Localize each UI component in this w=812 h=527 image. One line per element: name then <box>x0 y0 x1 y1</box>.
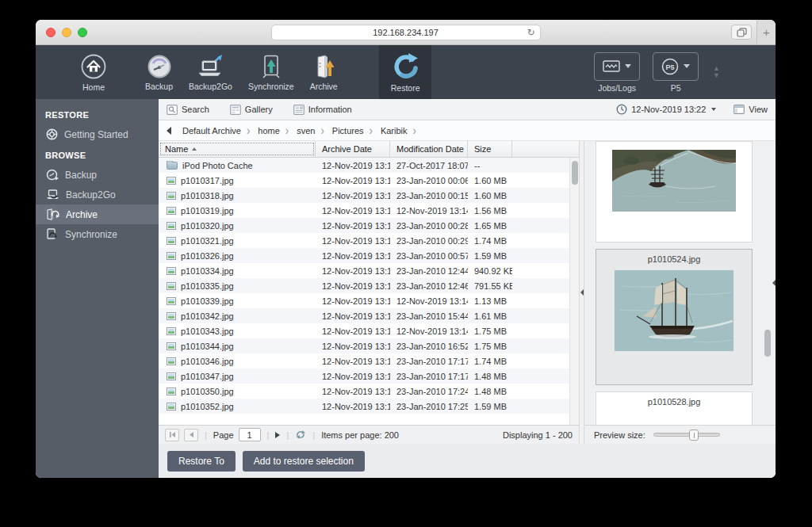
refresh-icon[interactable] <box>295 430 306 440</box>
column-header-modification-date[interactable]: Modification Date <box>390 141 468 157</box>
collapse-right-icon[interactable] <box>772 280 776 286</box>
breadcrumb-item[interactable]: sven › <box>293 124 329 137</box>
archive-date-cell: 12-Nov-2019 13:15 <box>316 221 390 231</box>
collapse-left-icon[interactable] <box>580 289 584 296</box>
file-type-icon <box>167 372 176 380</box>
table-row[interactable]: p1010320.jpg 12-Nov-2019 13:15 23-Jan-20… <box>159 218 569 233</box>
breadcrumb-back-icon[interactable] <box>167 127 171 135</box>
sidebar-item-label: Archive <box>66 209 98 220</box>
view-tabstrip: Search Gallery <box>159 99 776 120</box>
sidebar-item-backup2go[interactable]: Backup2Go <box>36 185 159 204</box>
jobs-logs-icon <box>603 60 620 72</box>
table-row[interactable]: p1010334.jpg 12-Nov-2019 13:15 23-Jan-20… <box>159 263 569 278</box>
toolbar-item-backup2go[interactable]: Backup2Go <box>181 45 240 99</box>
table-row[interactable]: p1010350.jpg 12-Nov-2019 13:15 23-Jan-20… <box>159 384 569 399</box>
breadcrumb-item[interactable]: home › <box>255 124 293 137</box>
table-row[interactable]: p1010318.jpg 12-Nov-2019 13:15 23-Jan-20… <box>159 188 569 203</box>
table-row[interactable]: p1010343.jpg 12-Nov-2019 13:15 12-Nov-20… <box>159 323 569 338</box>
table-row[interactable]: iPod Photo Cache 12-Nov-2019 13:15 27-Oc… <box>159 158 569 173</box>
breadcrumb-item[interactable]: Default Archive › <box>179 124 255 137</box>
table-scrollbar-thumb[interactable] <box>572 161 578 185</box>
toolbar-item-restore[interactable]: Restore <box>379 45 432 99</box>
browser-titlebar: 192.168.234.197 ↻ + <box>36 20 776 45</box>
datetime-caret-icon[interactable] <box>711 108 716 111</box>
tab-search[interactable]: Search <box>167 105 209 115</box>
p5-menu-button[interactable]: P5 P5 <box>653 52 699 93</box>
tab-gallery[interactable]: Gallery <box>230 105 273 115</box>
breadcrumb-item[interactable]: Karibik › <box>377 124 421 137</box>
sidebar-header-browse: BROWSE <box>36 144 159 165</box>
file-name: p1010344.jpg <box>181 342 234 351</box>
modification-date-cell: 12-Nov-2019 13:14 <box>390 296 468 306</box>
modification-date-cell: 23-Jan-2010 00:06 <box>390 176 468 185</box>
preview-item[interactable] <box>596 141 753 242</box>
file-type-icon <box>167 342 176 350</box>
archive-date-cell: 12-Nov-2019 13:15 <box>316 372 390 381</box>
address-bar[interactable]: 192.168.234.197 ↻ <box>271 25 541 40</box>
file-name: iPod Photo Cache <box>182 161 253 170</box>
breadcrumb-item[interactable]: Pictures › <box>329 124 377 137</box>
new-tab-button[interactable]: + <box>756 20 776 44</box>
sidebar-item-archive[interactable]: Archive <box>36 204 159 224</box>
toolbar-item-synchronize[interactable]: Synchronize <box>240 45 302 99</box>
table-row[interactable]: p1010344.jpg 12-Nov-2019 13:15 23-Jan-20… <box>159 338 569 353</box>
view-button[interactable]: View <box>749 105 768 114</box>
close-window-button[interactable] <box>46 28 56 37</box>
toolbar-item-home[interactable]: Home <box>67 45 120 99</box>
zoom-window-button[interactable] <box>78 28 87 37</box>
table-row[interactable]: p1010339.jpg 12-Nov-2019 13:15 12-Nov-20… <box>159 293 569 308</box>
preview-size-slider[interactable] <box>653 433 720 437</box>
file-name: p1010320.jpg <box>181 221 234 231</box>
toolbar-item-backup[interactable]: Backup <box>137 45 181 99</box>
add-to-restore-selection-button[interactable]: Add to restore selection <box>243 451 365 472</box>
table-row[interactable]: p1010321.jpg 12-Nov-2019 13:15 23-Jan-20… <box>159 233 569 248</box>
preview-item[interactable]: p1010528.jpg <box>596 391 753 425</box>
table-row[interactable]: p1010346.jpg 12-Nov-2019 13:15 23-Jan-20… <box>159 353 569 369</box>
items-per-page-label: Items per page: 200 <box>321 430 399 440</box>
table-scrollbar[interactable] <box>569 158 579 425</box>
table-row[interactable]: p1010317.jpg 12-Nov-2019 13:15 23-Jan-20… <box>159 173 569 188</box>
column-header-archive-date[interactable]: Archive Date <box>316 141 390 157</box>
column-header-size[interactable]: Size <box>468 141 512 157</box>
preview-scrollbar[interactable] <box>764 141 771 425</box>
snapshot-datetime[interactable]: 12-Nov-2019 13:22 <box>631 105 706 114</box>
sidebar-item-label: Backup <box>65 170 97 181</box>
first-page-icon <box>169 431 176 438</box>
panel-splitter[interactable] <box>579 141 584 444</box>
column-header-name[interactable]: Name <box>159 141 316 157</box>
column-header-filler <box>512 141 579 157</box>
size-cell: 1.60 MB <box>468 176 512 185</box>
tab-overview-button[interactable] <box>731 25 752 40</box>
table-row[interactable]: p1010342.jpg 12-Nov-2019 13:15 23-Jan-20… <box>159 308 569 323</box>
previous-page-button[interactable] <box>184 429 198 441</box>
jobs-logs-button[interactable]: Jobs/Logs <box>594 52 640 93</box>
sidebar-item-backup[interactable]: Backup <box>36 165 159 185</box>
size-cell: 1.48 MB <box>468 387 512 396</box>
table-row[interactable]: p1010335.jpg 12-Nov-2019 13:15 23-Jan-20… <box>159 278 569 293</box>
table-row[interactable]: p1010347.jpg 12-Nov-2019 13:15 23-Jan-20… <box>159 369 569 384</box>
table-row[interactable]: p1010326.jpg 12-Nov-2019 13:15 23-Jan-20… <box>159 248 569 263</box>
action-bar: Restore To Add to restore selection <box>159 444 776 478</box>
file-name: p1010317.jpg <box>181 176 234 185</box>
synchronize-icon <box>259 54 283 79</box>
sidebar-item-getting-started[interactable]: Getting Started <box>36 124 159 144</box>
url-text: 192.168.234.197 <box>373 28 439 37</box>
life-ring-icon <box>46 128 58 140</box>
toolbar-collapse-icon[interactable]: ▲▼ <box>713 65 720 79</box>
archive-date-cell: 12-Nov-2019 13:15 <box>316 191 390 200</box>
tab-information[interactable]: Information <box>293 105 352 115</box>
slider-handle[interactable] <box>689 430 699 441</box>
preview-item-selected[interactable]: p1010524.jpg <box>596 249 753 385</box>
reload-icon[interactable]: ↻ <box>527 27 534 38</box>
next-page-button[interactable] <box>275 432 280 438</box>
minimize-window-button[interactable] <box>62 28 71 37</box>
restore-to-button[interactable]: Restore To <box>167 451 236 472</box>
sidebar-item-synchronize[interactable]: Synchronize <box>36 224 159 244</box>
preview-scrollbar-thumb[interactable] <box>764 330 771 357</box>
table-row[interactable]: p1010319.jpg 12-Nov-2019 13:15 12-Nov-20… <box>159 203 569 218</box>
page-number-input[interactable] <box>239 428 261 441</box>
table-row[interactable]: p1010352.jpg 12-Nov-2019 13:15 23-Jan-20… <box>159 399 569 414</box>
first-page-button[interactable] <box>165 429 179 441</box>
view-icon <box>733 105 745 114</box>
toolbar-item-archive[interactable]: Archive <box>302 45 346 99</box>
